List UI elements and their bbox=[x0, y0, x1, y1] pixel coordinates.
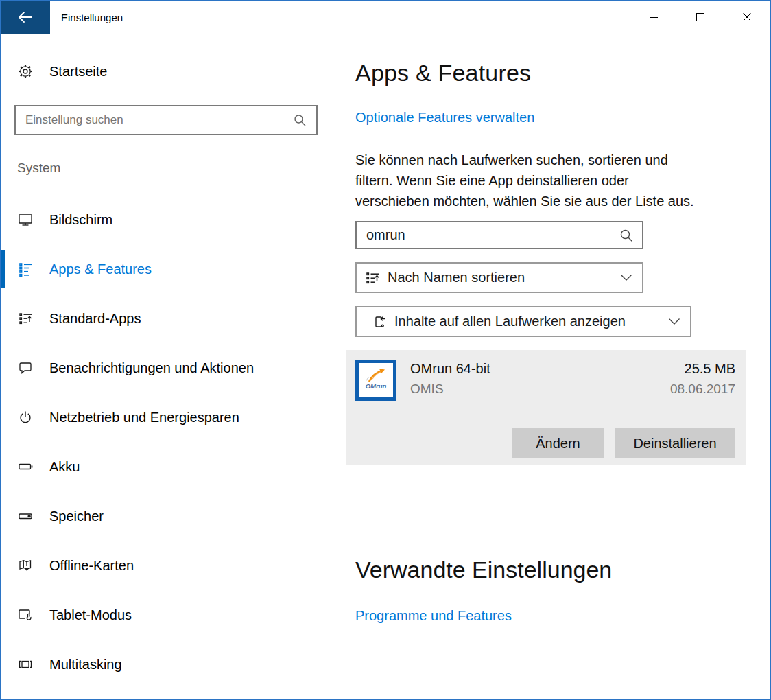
maximize-button[interactable] bbox=[677, 1, 724, 34]
back-arrow-icon bbox=[18, 11, 33, 23]
app-search-box bbox=[355, 221, 643, 249]
sort-icon bbox=[365, 270, 381, 286]
related-settings-title: Verwandte Einstellungen bbox=[355, 557, 612, 583]
omrun-app-icon: OMrun bbox=[355, 360, 396, 401]
settings-window: Einstellungen bbox=[0, 0, 771, 700]
chevron-down-icon bbox=[668, 318, 680, 325]
title-bar: Einstellungen bbox=[1, 1, 770, 34]
app-publisher: OMIS bbox=[410, 382, 444, 397]
window-title: Einstellungen bbox=[61, 1, 123, 34]
minimize-button[interactable] bbox=[630, 1, 677, 34]
description-line: Sie können nach Laufwerken suchen, sorti… bbox=[355, 150, 712, 170]
omrun-icon-text: OMrun bbox=[366, 382, 387, 390]
main-content: Apps & Features Optionale Features verwa… bbox=[1, 34, 771, 700]
uninstall-button[interactable]: Deinstallieren bbox=[615, 428, 735, 458]
app-size: 25.5 MB bbox=[685, 361, 735, 377]
app-name: OMrun 64-bit bbox=[410, 361, 490, 377]
app-list-item-omrun[interactable]: OMrun OMrun 64-bit OMIS 25.5 MB 08.06.20… bbox=[346, 350, 746, 465]
app-search-input[interactable] bbox=[357, 227, 619, 243]
minimize-icon bbox=[649, 12, 659, 22]
back-button[interactable] bbox=[1, 1, 50, 34]
drive-filter-dropdown[interactable]: Inhalte auf allen Laufwerken anzeigen bbox=[355, 306, 691, 337]
sort-dropdown-label: Nach Namen sortieren bbox=[388, 270, 525, 285]
drive-content-icon bbox=[372, 314, 388, 330]
close-button[interactable] bbox=[724, 1, 770, 34]
search-icon[interactable] bbox=[619, 228, 634, 243]
description-line: verschieben möchten, wählen Sie sie aus … bbox=[355, 191, 712, 211]
programs-and-features-link[interactable]: Programme und Features bbox=[355, 608, 512, 624]
modify-button[interactable]: Ändern bbox=[512, 428, 604, 458]
drive-dropdown-label: Inhalte auf allen Laufwerken anzeigen bbox=[394, 314, 626, 329]
chevron-down-icon bbox=[620, 274, 632, 281]
page-title: Apps & Features bbox=[355, 60, 531, 86]
page-description: Sie können nach Laufwerken suchen, sorti… bbox=[355, 150, 712, 211]
window-controls bbox=[630, 1, 770, 34]
description-line: filtern. Wenn Sie eine App deinstalliere… bbox=[355, 170, 712, 191]
sort-dropdown[interactable]: Nach Namen sortieren bbox=[355, 262, 643, 293]
app-install-date: 08.06.2017 bbox=[670, 382, 735, 397]
maximize-icon bbox=[696, 12, 705, 22]
close-icon bbox=[742, 12, 752, 22]
optional-features-link[interactable]: Optionale Features verwalten bbox=[355, 110, 534, 126]
